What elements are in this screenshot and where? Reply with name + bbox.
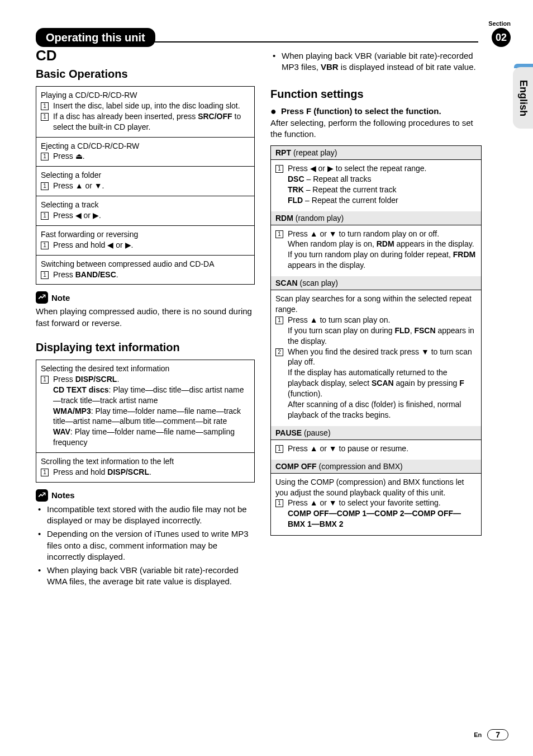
step-1-icon: 1	[41, 182, 49, 190]
eject-cd-step: Press ⏏.	[53, 151, 250, 162]
play-cd-step2: If a disc has already been inserted, pre…	[53, 111, 250, 133]
switch-audio-title: Switching between compressed audio and C…	[41, 259, 250, 270]
scan-step1: Press ▲ to turn scan play on.	[288, 315, 477, 325]
switch-audio-step: Press BAND/ESC.	[53, 270, 250, 280]
notes-item: Incompatible text stored with the audio …	[36, 504, 255, 527]
step-1-icon: 1	[41, 376, 49, 384]
scroll-text-step: Press and hold DISP/SCRL.	[53, 467, 250, 478]
note-icon	[36, 489, 48, 502]
comp-intro: Using the COMP (compression) and BMX fun…	[275, 477, 477, 498]
section-number-badge: 02	[492, 28, 511, 47]
note-body: When playing compressed audio, there is …	[36, 306, 255, 329]
rdm-note1: When random play is on, RDM appears in t…	[275, 239, 477, 249]
eject-cd-title: Ejecting a CD/CD-R/CD-RW	[41, 141, 250, 152]
header-rule	[153, 33, 478, 42]
function-select-head: ●Press F (function) to select the functi…	[270, 106, 482, 116]
note-label: Note	[51, 293, 70, 303]
play-cd-title: Playing a CD/CD-R/CD-RW	[41, 90, 250, 101]
comp-seq: COMP OFF—COMP 1—COMP 2—COMP OFF—BMX 1—BM…	[275, 508, 477, 530]
step-1-icon: 1	[41, 271, 49, 279]
step-1-icon: 1	[41, 469, 49, 476]
rpt-step: Press ◀ or ▶ to select the repeat range.	[288, 163, 477, 174]
scroll-text-title: Scrolling the text information to the le…	[41, 456, 250, 467]
rpt-bar: RPT (repeat play)	[270, 145, 482, 160]
step-1-icon: 1	[41, 153, 49, 160]
notes-label: Notes	[51, 490, 75, 500]
footer-page-number: 7	[487, 729, 508, 740]
notes-item: When playing back VBR (variable bit rate…	[36, 565, 255, 588]
note-icon	[36, 291, 48, 304]
play-cd-step1: Insert the disc, label side up, into the…	[53, 101, 250, 111]
step-1-icon: 1	[275, 445, 283, 453]
rdm-note2: If you turn random play on during folder…	[275, 249, 477, 271]
step-1-icon: 1	[275, 499, 283, 507]
step-1-icon: 1	[41, 113, 49, 121]
wav-line: WAV: Play time—folder name—file name—sam…	[41, 427, 250, 448]
scan-bar: SCAN (scan play)	[270, 276, 482, 290]
scan-note1: If you turn scan play on during FLD, FSC…	[275, 325, 477, 347]
step-1-icon: 1	[275, 316, 283, 324]
select-folder-step: Press ▲ or ▼.	[53, 181, 250, 191]
scan-note2: If the display has automatically returne…	[275, 367, 477, 399]
ffwd-step: Press and hold ◀ or ▶.	[53, 240, 250, 251]
step-1-icon: 1	[41, 102, 49, 110]
vbr-note: When playing back VBR (variable bit rate…	[270, 50, 482, 73]
rdm-step: Press ▲ or ▼ to turn random play on or o…	[288, 229, 477, 239]
ffwd-title: Fast forwarding or reversing	[41, 229, 250, 240]
header-title: Operating this unit	[36, 28, 155, 47]
display-text-heading: Displaying text information	[36, 341, 255, 354]
language-side-tab: English	[513, 67, 533, 129]
cd-heading: CD	[36, 47, 255, 64]
rpt-trk: TRK – Repeat the current track	[275, 185, 477, 195]
function-select-body: After selecting, perform the following p…	[270, 117, 482, 140]
step-1-icon: 1	[275, 230, 283, 238]
rdm-bar: RDM (random play)	[270, 211, 482, 225]
select-text-step: Press DISP/SCRL.	[53, 374, 250, 385]
step-1-icon: 1	[275, 165, 283, 173]
rpt-fld: FLD – Repeat the current folder	[275, 195, 477, 206]
step-2-icon: 2	[275, 348, 283, 356]
pause-step: Press ▲ or ▼ to pause or resume.	[288, 443, 477, 454]
language-label: English	[517, 79, 529, 116]
basic-operations-box: Playing a CD/CD-R/CD-RW 1Insert the disc…	[36, 86, 255, 285]
notes-list: Incompatible text stored with the audio …	[36, 504, 255, 588]
scan-intro: Scan play searches for a song within the…	[275, 294, 477, 315]
step-1-icon: 1	[41, 242, 49, 249]
display-text-box: Selecting the desired text information 1…	[36, 360, 255, 483]
basic-operations-heading: Basic Operations	[36, 68, 255, 81]
select-track-title: Selecting a track	[41, 200, 250, 210]
scan-step2: When you find the desired track press ▼ …	[288, 347, 477, 368]
step-1-icon: 1	[41, 212, 49, 220]
comp-step: Press ▲ or ▼ to select your favorite set…	[288, 498, 477, 508]
comp-bar: COMP OFF (compression and BMX)	[270, 460, 482, 474]
rpt-dsc: DSC – Repeat all tracks	[275, 174, 477, 185]
select-text-title: Selecting the desired text information	[41, 363, 250, 374]
notes-item: Depending on the version of iTunes used …	[36, 528, 255, 563]
select-folder-title: Selecting a folder	[41, 170, 250, 181]
section-label: Section	[488, 20, 511, 27]
wma-line: WMA/MP3: Play time—folder name—file name…	[41, 406, 250, 427]
footer-lang: En	[474, 731, 482, 738]
select-track-step: Press ◀ or ▶.	[53, 210, 250, 221]
function-settings-heading: Function settings	[270, 88, 482, 101]
pause-bar: PAUSE (pause)	[270, 426, 482, 440]
scan-note3: After scanning of a disc (folder) is fin…	[275, 399, 477, 420]
cdtext-line: CD TEXT discs: Play time—disc title—disc…	[41, 385, 250, 406]
